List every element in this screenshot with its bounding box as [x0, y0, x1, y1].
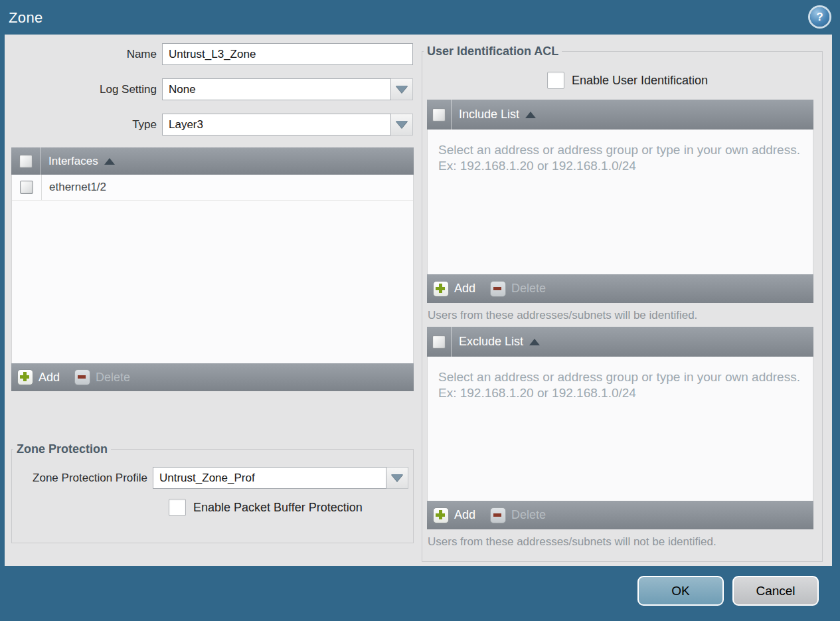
- exclude-list-footer: Add Delete: [427, 501, 813, 529]
- interfaces-table-body: ethernet1/2: [11, 175, 414, 363]
- interface-name: ethernet1/2: [42, 181, 106, 194]
- exclude-delete-button[interactable]: Delete: [490, 507, 546, 523]
- help-icon[interactable]: ?: [810, 7, 829, 27]
- minus-icon: [74, 369, 90, 385]
- exclude-list-header: Exclude List: [427, 327, 813, 357]
- plus-icon: [433, 281, 449, 297]
- log-setting-label: Log Setting: [11, 83, 157, 96]
- include-select-all-checkbox[interactable]: [432, 108, 446, 122]
- row-checkbox[interactable]: [20, 181, 33, 194]
- packet-buffer-checkbox[interactable]: [169, 499, 186, 516]
- include-delete-button[interactable]: Delete: [490, 281, 546, 297]
- log-setting-input[interactable]: [162, 78, 391, 100]
- chevron-down-icon: [396, 86, 408, 93]
- enable-user-identification-row: Enable User Identification: [547, 72, 822, 89]
- user-identification-legend: User Identification ACL: [424, 44, 562, 58]
- page-title: Zone: [9, 9, 43, 27]
- interfaces-table: Interfaces ethernet1/2 Add Delete: [11, 147, 414, 391]
- table-row[interactable]: ethernet1/2: [12, 175, 413, 201]
- zone-protection-legend: Zone Protection: [13, 442, 111, 456]
- include-list-title: Include List: [459, 108, 519, 122]
- minus-icon: [490, 507, 506, 523]
- cancel-button[interactable]: Cancel: [732, 576, 819, 606]
- zone-protection-profile-row: Zone Protection Profile: [17, 467, 413, 489]
- exclude-list-body[interactable]: Select an address or address group or ty…: [427, 357, 813, 501]
- name-input[interactable]: [162, 43, 413, 65]
- sort-ascending-icon[interactable]: [529, 339, 540, 345]
- exclude-list-panel: Exclude List Select an address or addres…: [427, 327, 813, 529]
- zone-protection-section: Zone Protection Zone Protection Profile …: [11, 442, 414, 543]
- exclude-list-caption: Users from these addresses/subnets will …: [428, 535, 822, 549]
- plus-icon: [17, 369, 33, 385]
- type-dropdown-button[interactable]: [391, 114, 413, 135]
- type-row: Type: [11, 114, 413, 135]
- plus-icon: [433, 507, 449, 523]
- include-list-panel: Include List Select an address or addres…: [427, 100, 813, 303]
- enable-user-identification-label: Enable User Identification: [572, 74, 708, 88]
- include-list-body[interactable]: Select an address or address group or ty…: [427, 130, 813, 274]
- sort-ascending-icon[interactable]: [525, 112, 536, 118]
- log-setting-dropdown-button[interactable]: [391, 78, 413, 100]
- zone-protection-profile-input[interactable]: [153, 467, 386, 489]
- interfaces-column-header: Interfaces: [48, 155, 98, 168]
- log-setting-row: Log Setting: [11, 78, 413, 100]
- packet-buffer-row: Enable Packet Buffer Protection: [169, 499, 413, 516]
- exclude-list-title: Exclude List: [459, 335, 523, 349]
- delete-interface-button[interactable]: Delete: [74, 369, 130, 385]
- name-label: Name: [11, 48, 157, 61]
- chevron-down-icon: [391, 474, 403, 482]
- chevron-down-icon: [396, 121, 408, 128]
- exclude-list-placeholder: Select an address or address group or ty…: [428, 357, 813, 402]
- enable-user-identification-checkbox[interactable]: [547, 72, 564, 89]
- zone-dialog: Name Log Setting Type Interfaces: [5, 35, 832, 566]
- sort-ascending-icon[interactable]: [104, 158, 115, 165]
- packet-buffer-label: Enable Packet Buffer Protection: [193, 501, 363, 515]
- include-list-header: Include List: [427, 100, 813, 130]
- include-list-caption: Users from these addresses/subnets will …: [428, 309, 822, 322]
- user-identification-section: User Identification ACL Enable User Iden…: [422, 44, 823, 562]
- exclude-select-all-checkbox[interactable]: [432, 335, 446, 349]
- include-list-placeholder: Select an address or address group or ty…: [428, 130, 813, 175]
- interfaces-select-all-checkbox[interactable]: [19, 155, 33, 168]
- zone-protection-profile-label: Zone Protection Profile: [17, 472, 147, 485]
- include-list-footer: Add Delete: [427, 274, 813, 303]
- interfaces-table-footer: Add Delete: [11, 363, 414, 391]
- type-input[interactable]: [162, 114, 391, 135]
- interfaces-table-header: Interfaces: [11, 147, 414, 175]
- exclude-add-button[interactable]: Add: [433, 507, 475, 523]
- include-add-button[interactable]: Add: [433, 281, 475, 297]
- minus-icon: [490, 281, 506, 297]
- add-interface-button[interactable]: Add: [17, 369, 60, 385]
- name-row: Name: [11, 43, 413, 65]
- ok-button[interactable]: OK: [637, 576, 724, 606]
- type-label: Type: [11, 118, 157, 132]
- zone-protection-profile-dropdown-button[interactable]: [386, 467, 408, 489]
